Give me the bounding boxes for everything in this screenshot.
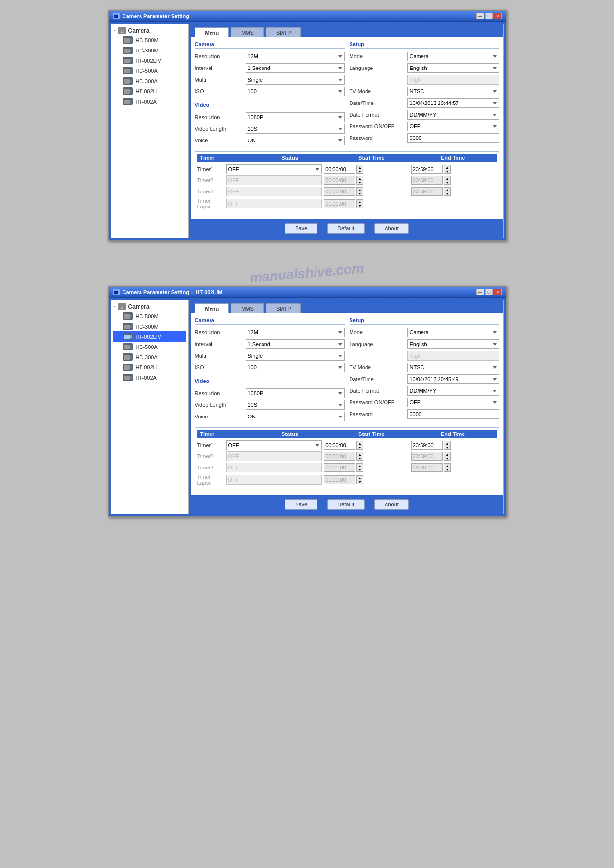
save-button[interactable]: Save bbox=[285, 223, 317, 234]
voice-select[interactable]: ONOFF bbox=[246, 136, 345, 145]
datetime-select[interactable]: 10/04/2013 20:44:57 bbox=[407, 98, 499, 108]
language-label: Language bbox=[350, 65, 405, 71]
timer-status-select-0[interactable]: OFFON bbox=[226, 440, 322, 450]
window-title: Camera Parameter Setting -- HT-002LIM bbox=[123, 289, 223, 295]
resolution-select[interactable]: 12M8M5M3M2M1M bbox=[246, 328, 345, 337]
expand-icon[interactable]: ⁃ bbox=[113, 28, 116, 34]
password-input[interactable] bbox=[407, 409, 499, 419]
start-time-spin-0[interactable]: ▲▼ bbox=[356, 441, 363, 450]
iso-select[interactable]: 100200400800 bbox=[246, 363, 345, 372]
tab-mms[interactable]: MMS bbox=[231, 303, 264, 313]
tab-smtp[interactable]: SMTP bbox=[266, 303, 301, 313]
timer-section: Timer Status Start Time End Time Timer1 … bbox=[195, 151, 499, 213]
timer-start-time-2: ▲▼ bbox=[324, 463, 409, 472]
tab-menu[interactable]: Menu bbox=[195, 27, 229, 37]
timer-status-select-3: OFFON bbox=[226, 475, 322, 485]
window-body: ⁃ Camera HC-500M bbox=[109, 22, 506, 240]
timer-label-0: Timer1 bbox=[197, 166, 224, 172]
sidebar-item-ht-002lim[interactable]: HT-002LIM bbox=[113, 55, 186, 66]
sidebar: ⁃ Camera HC-500M bbox=[111, 300, 189, 514]
minimize-button[interactable]: — bbox=[476, 289, 484, 295]
sidebar-item-ht-002lim[interactable]: HT-002LIM bbox=[113, 331, 186, 342]
sidebar-item-hc-500m[interactable]: HC-500M bbox=[113, 35, 186, 45]
sidebar-item-ht-002li[interactable]: HT-002LI bbox=[113, 362, 186, 372]
mode-select[interactable]: CameraVideoTime Lapse bbox=[407, 52, 499, 61]
start-time-input-0[interactable] bbox=[324, 441, 355, 450]
default-button[interactable]: Default bbox=[327, 223, 365, 234]
sidebar-item-hc-300a[interactable]: HC-300A bbox=[113, 352, 186, 362]
resolution-row: Resolution 12M8M5M3M2M1M bbox=[195, 328, 345, 337]
video-length-select[interactable]: 10S30S1 Min3 Min5 Min bbox=[246, 124, 345, 134]
end-time-spin-0[interactable]: ▲▼ bbox=[444, 441, 451, 450]
save-button[interactable]: Save bbox=[285, 499, 317, 510]
timer-start-time-0: ▲▼ bbox=[324, 441, 409, 450]
language-select[interactable]: EnglishChineseFrenchGerman bbox=[407, 63, 499, 73]
resolution-select[interactable]: 12M8M5M3M2M1M bbox=[246, 52, 345, 61]
video-length-row: Video Length 10S30S1 Min3 Min5 Min bbox=[195, 124, 345, 134]
device-icon bbox=[123, 47, 133, 54]
quality-row: High bbox=[350, 75, 499, 85]
sidebar-item-hc-500a[interactable]: HC-500A bbox=[113, 342, 186, 352]
video-length-select[interactable]: 10S30S1 Min3 Min5 Min bbox=[246, 400, 345, 410]
end-time-spin-1: ▲▼ bbox=[444, 452, 451, 461]
video-length-label: Video Length bbox=[195, 126, 244, 132]
content-area: Camera Resolution 12M8M5M3M2M1M Interval… bbox=[191, 37, 503, 151]
iso-select[interactable]: 100200400800 bbox=[246, 87, 345, 96]
close-button[interactable]: ✕ bbox=[494, 13, 502, 19]
tvmode-select[interactable]: NTSCPAL bbox=[407, 87, 499, 96]
voice-select[interactable]: ONOFF bbox=[246, 412, 345, 421]
end-time-spin-0[interactable]: ▲▼ bbox=[444, 165, 451, 174]
mode-select[interactable]: CameraVideoTime Lapse bbox=[407, 328, 499, 337]
start-time-spin-0[interactable]: ▲▼ bbox=[356, 165, 363, 174]
maximize-button[interactable]: □ bbox=[485, 289, 493, 295]
tab-mms[interactable]: MMS bbox=[231, 27, 264, 37]
sidebar-item-hc-300m[interactable]: HC-300M bbox=[113, 321, 186, 331]
dateformat-select[interactable]: DD/MM/YYMM/DD/YYYY/MM/DD bbox=[407, 110, 499, 120]
sidebar-item-ht-002a[interactable]: HT-002A bbox=[113, 372, 186, 382]
expand-icon[interactable]: ⁃ bbox=[113, 304, 116, 310]
tab-smtp[interactable]: SMTP bbox=[266, 27, 301, 37]
pwdon-select[interactable]: OFFON bbox=[407, 398, 499, 407]
start-time-input-0[interactable] bbox=[324, 165, 355, 174]
minimize-button[interactable]: — bbox=[476, 13, 484, 19]
password-input[interactable] bbox=[407, 133, 499, 143]
sidebar-item-ht-002a[interactable]: HT-002A bbox=[113, 96, 186, 106]
device-icon bbox=[123, 36, 133, 44]
quality-select: High bbox=[407, 351, 499, 361]
datetime-select[interactable]: 10/04/2013 20:45:49 bbox=[407, 374, 499, 384]
end-time-input-1 bbox=[411, 452, 443, 461]
sidebar-item-hc-500m[interactable]: HC-500M bbox=[113, 311, 186, 321]
sidebar-item-hc-500a[interactable]: HC-500A bbox=[113, 66, 186, 76]
sidebar-item-hc-300a[interactable]: HC-300A bbox=[113, 76, 186, 86]
interval-select[interactable]: 1 Second5 Seconds10 Seconds30 Seconds1 M… bbox=[246, 63, 345, 73]
end-time-input-0[interactable] bbox=[411, 441, 443, 450]
start-time-input-2 bbox=[324, 187, 355, 196]
video-resolution-label: Resolution bbox=[195, 390, 244, 396]
multi-select[interactable]: SingleMulti bbox=[246, 75, 345, 85]
video-resolution-select[interactable]: 1080P720P480P bbox=[246, 112, 345, 122]
sidebar-item-hc-300m[interactable]: HC-300M bbox=[113, 45, 186, 55]
timer-status-select-0[interactable]: OFFON bbox=[226, 164, 322, 174]
pwdon-select[interactable]: OFFON bbox=[407, 122, 499, 131]
iso-row: ISO 100200400800 bbox=[195, 87, 345, 96]
maximize-button[interactable]: □ bbox=[485, 13, 493, 19]
about-button[interactable]: About bbox=[374, 499, 409, 510]
start-time-input-1 bbox=[324, 176, 355, 185]
svg-rect-8 bbox=[124, 59, 130, 63]
tab-menu[interactable]: Menu bbox=[195, 303, 229, 313]
device-icon bbox=[123, 98, 133, 105]
about-button[interactable]: About bbox=[374, 223, 409, 234]
video-resolution-select[interactable]: 1080P720P480P bbox=[246, 388, 345, 398]
tvmode-select[interactable]: NTSCPAL bbox=[407, 363, 499, 372]
svg-marker-15 bbox=[130, 89, 132, 93]
dateformat-select[interactable]: DD/MM/YYMM/DD/YYYY/MM/DD bbox=[407, 386, 499, 396]
interval-select[interactable]: 1 Second5 Seconds10 Seconds30 Seconds1 M… bbox=[246, 339, 345, 349]
end-time-input-0[interactable] bbox=[411, 165, 443, 174]
close-button[interactable]: ✕ bbox=[494, 289, 502, 295]
svg-marker-9 bbox=[130, 59, 132, 63]
multi-select[interactable]: SingleMulti bbox=[246, 351, 345, 361]
sidebar-item-ht-002li[interactable]: HT-002LI bbox=[113, 86, 186, 96]
default-button[interactable]: Default bbox=[327, 499, 365, 510]
language-select[interactable]: EnglishChineseFrenchGerman bbox=[407, 339, 499, 349]
password-row: Password bbox=[350, 133, 499, 143]
